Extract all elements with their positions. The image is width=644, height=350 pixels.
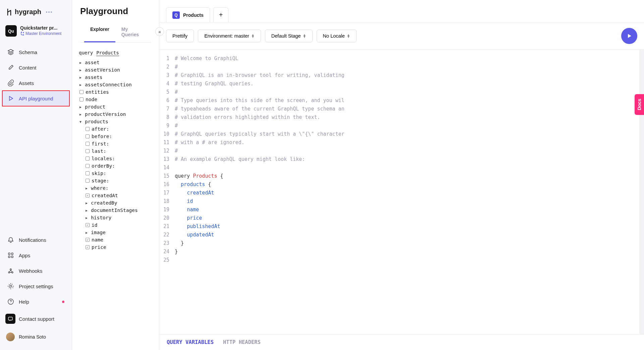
collapse-explorer-button[interactable]: « (155, 27, 164, 36)
nav-label: Webhooks (19, 268, 43, 274)
tree-item[interactable]: id (84, 221, 156, 229)
tab-http-headers[interactable]: HTTP HEADERS (223, 339, 261, 345)
branch-icon (20, 32, 24, 36)
tree-item-label: before: (92, 134, 112, 139)
tree-item-label: asset (85, 60, 100, 65)
nav-apps[interactable]: Apps (3, 248, 69, 263)
sort-icon: ▲▼ (347, 34, 350, 38)
tree-item[interactable]: ▶product (78, 103, 156, 111)
plus-icon: + (219, 11, 223, 19)
checkbox-icon (79, 90, 84, 94)
disclosure-triangle-icon: ▶ (79, 76, 83, 79)
checkbox-icon (86, 134, 90, 138)
checkbox-icon (86, 179, 90, 183)
checkbox-icon (79, 97, 84, 101)
tree-item[interactable]: ▶where: (84, 184, 156, 192)
nav-label: Project settings (19, 283, 53, 289)
tab-explorer[interactable]: Explorer (84, 23, 115, 42)
checkbox-icon (86, 245, 90, 249)
code-editor[interactable]: 1234567891011121314151617181920212223242… (159, 50, 644, 334)
tree-item[interactable]: price (84, 244, 156, 251)
environment-select[interactable]: Environment: master▲▼ (198, 30, 261, 42)
more-icon[interactable] (46, 11, 52, 13)
paperclip-icon (7, 80, 14, 86)
nav-project-settings[interactable]: Project settings (3, 279, 69, 294)
tree-item[interactable]: ▼products (78, 118, 156, 125)
tree-item[interactable]: ▶asset (78, 59, 156, 66)
hygraph-logo-icon (7, 8, 13, 16)
tree-item[interactable]: ▶assets (78, 74, 156, 81)
tree-item[interactable]: ▶assetVersion (78, 66, 156, 74)
query-badge: Q (172, 11, 180, 19)
tree-item[interactable]: ▶history (84, 214, 156, 221)
play-fill-icon (626, 33, 632, 39)
nav-schema[interactable]: Schema (3, 45, 69, 59)
run-query-button[interactable] (621, 28, 637, 44)
svg-rect-6 (8, 317, 12, 320)
tree-item[interactable]: node (78, 96, 156, 103)
tree-item-label: skip: (92, 171, 106, 176)
tree-item-label: createdAt (92, 193, 118, 198)
prettify-button[interactable]: Prettify (166, 30, 194, 42)
tree-item[interactable]: first: (84, 140, 156, 147)
tree-item[interactable]: before: (84, 133, 156, 140)
docs-drawer-tab[interactable]: Docs (635, 94, 644, 115)
disclosure-triangle-icon: ▶ (79, 105, 83, 109)
user-menu[interactable]: Romina Soto (0, 329, 72, 345)
project-badge: Qu (5, 25, 17, 37)
nav-api-playground[interactable]: API playground (3, 91, 69, 106)
help-icon (7, 298, 14, 305)
nav-label: Content (19, 65, 37, 71)
checkbox-icon (86, 157, 90, 161)
nav-assets[interactable]: Assets (3, 76, 69, 90)
tree-item-label: last: (92, 148, 106, 154)
nav-content[interactable]: Content (3, 60, 69, 75)
tree-item[interactable]: after: (84, 125, 156, 133)
nav-notifications[interactable]: Notifications (3, 232, 69, 247)
tree-item[interactable]: name (84, 236, 156, 244)
grid-icon (7, 252, 14, 259)
disclosure-triangle-icon: ▶ (79, 61, 83, 64)
tree-item[interactable]: locales: (84, 155, 156, 162)
query-tab-products[interactable]: Q Products (166, 7, 210, 22)
add-query-tab[interactable]: + (213, 7, 229, 22)
tab-query-variables[interactable]: QUERY VARIABLES (167, 339, 214, 345)
disclosure-triangle-icon: ▶ (86, 209, 89, 212)
nav-contact-support[interactable]: Contact support (3, 310, 69, 328)
locale-select[interactable]: No Locale▲▼ (317, 30, 357, 42)
svg-point-4 (10, 285, 12, 287)
disclosure-triangle-icon: ▶ (86, 231, 89, 234)
stage-select[interactable]: Default Stage▲▼ (265, 30, 313, 42)
tree-item[interactable]: last: (84, 147, 156, 155)
checkbox-icon (86, 171, 90, 175)
sort-icon: ▲▼ (303, 34, 306, 38)
tree-item[interactable]: skip: (84, 170, 156, 177)
code-area[interactable]: # Welcome to GraphiQL## GraphiQL is an i… (173, 50, 639, 334)
checkbox-icon (86, 238, 90, 242)
tree-item[interactable]: orderBy: (84, 162, 156, 170)
gear-icon (7, 283, 14, 290)
explorer-tree: ▶asset▶assetVersion▶assets▶assetsConnect… (72, 58, 159, 258)
disclosure-triangle-icon: ▶ (86, 186, 89, 190)
project-selector[interactable]: Qu Quickstarter pr... Master Environment (0, 23, 72, 43)
nav-webhooks[interactable]: Webhooks (3, 263, 69, 278)
tree-item[interactable]: ▶createdBy (84, 199, 156, 207)
explorer-panel: Playground Explorer My Queries query Pro… (72, 0, 159, 350)
tab-my-queries[interactable]: My Queries (115, 23, 147, 42)
tree-item[interactable]: ▶productVersion (78, 111, 156, 118)
query-name-input[interactable]: Products (96, 50, 119, 56)
tree-item[interactable]: entities (78, 88, 156, 96)
tree-item[interactable]: ▶assetsConnection (78, 81, 156, 88)
bottom-tabs: QUERY VARIABLES HTTP HEADERS (159, 334, 644, 350)
tree-item-label: node (86, 97, 97, 102)
query-name-row: query Products (72, 45, 159, 58)
tree-item[interactable]: ▶image (84, 229, 156, 236)
tree-item-label: locales: (92, 156, 115, 161)
tree-item-label: id (92, 222, 97, 228)
tree-item[interactable]: ▶documentInStages (84, 207, 156, 214)
brand[interactable]: hygraph (0, 5, 72, 23)
tree-item[interactable]: createdAt (84, 192, 156, 199)
disclosure-triangle-icon: ▼ (79, 120, 83, 124)
tree-item[interactable]: stage: (84, 177, 156, 184)
nav-help[interactable]: Help (3, 294, 69, 309)
